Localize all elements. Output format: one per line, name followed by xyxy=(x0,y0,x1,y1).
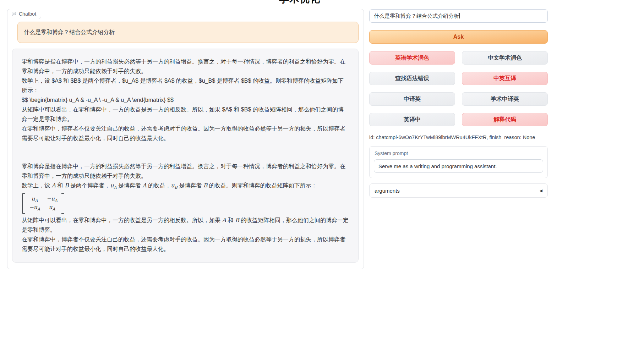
btn-explain-code[interactable]: 解释代码 xyxy=(462,113,548,126)
bot-message: 零和博弈是指在博弈中，一方的利益损失必然等于另一方的利益增益。换言之，对于每一种… xyxy=(12,49,359,263)
system-prompt-label: System prompt xyxy=(375,150,543,156)
math-var: u xyxy=(171,182,174,189)
bot-raw-paragraph: 零和博弈是指在博弈中，一方的利益损失必然等于另一方的利益增益。换言之，对于每一种… xyxy=(22,57,349,76)
page-title: 学术优化 xyxy=(279,0,320,6)
user-message: 什么是零和博弈？结合公式介绍分析 xyxy=(17,22,359,43)
matrix-right-bracket xyxy=(61,193,64,214)
bot-raw-paragraph: 从矩阵中可以看出，在零和博弈中，一方的收益是另一方的相反数。所以，如果 $A$ … xyxy=(22,105,349,124)
matrix-cells: uA −uA −uA uA xyxy=(25,193,61,214)
math-var: u xyxy=(110,182,114,189)
math-var: B xyxy=(235,217,239,224)
user-message-text: 什么是零和博弈？结合公式介绍分析 xyxy=(24,29,115,35)
question-input-value: 什么是零和博弈？结合公式介绍分析 xyxy=(374,13,459,19)
math-var: A xyxy=(51,182,56,189)
math-var: A xyxy=(142,182,147,189)
chatbot-label-tab: Chatbot xyxy=(7,9,41,19)
btn-english-academic-polish[interactable]: 英语学术润色 xyxy=(369,51,455,65)
bot-rendered-math-paragraph: 数学上，设 A 和 B 是两个博弈者，uA 是博弈者 A 的收益，uB 是博弈者… xyxy=(22,181,349,192)
bot-rendered-paragraph: 在零和博弈中，博弈者不仅要关注自己的收益，还需要考虑对手的收益。因为一方取得的收… xyxy=(22,235,349,254)
math-var: B xyxy=(65,182,69,189)
control-column: 什么是零和博弈？结合公式介绍分析 Ask 英语学术润色 中文学术润色 查找语法错… xyxy=(369,9,548,198)
math-var: B xyxy=(203,182,208,189)
bot-rendered-paragraph: 零和博弈是指在博弈中，一方的利益损失必然等于另一方的利益增益。换言之，对于每一种… xyxy=(22,161,349,181)
matrix-cell: uA xyxy=(32,196,38,203)
function-button-grid: 英语学术润色 中文学术润色 查找语法错误 中英互译 中译英 学术中译英 英译中 … xyxy=(369,51,548,126)
chatbot-panel: Chatbot 什么是零和博弈？结合公式介绍分析 零和博弈是指在博弈中，一方的利… xyxy=(7,9,364,269)
bot-raw-latex-line: $$ \begin{bmatrix} u_A & -u_A \ -u_A & u… xyxy=(22,95,349,105)
btn-english-to-chinese[interactable]: 英译中 xyxy=(369,113,455,126)
accordion-collapse-arrow-icon: ◀ xyxy=(540,188,542,193)
matrix-cell: −uA xyxy=(47,196,58,203)
btn-chinese-academic-polish[interactable]: 中文学术润色 xyxy=(462,51,548,65)
btn-chinese-english-mutual-translate[interactable]: 中英互译 xyxy=(462,72,548,85)
completion-status-line: id: chatcmpl-6wOo7KrYTwMl89lbrMWRu4UkFFX… xyxy=(369,134,548,140)
math-subscript: B xyxy=(175,185,178,190)
chat-bubble-icon xyxy=(11,11,16,16)
arguments-accordion[interactable]: arguments ◀ xyxy=(369,183,548,198)
matrix-cell: −uA xyxy=(29,204,40,211)
math-var: A xyxy=(222,217,226,224)
btn-find-grammar-errors[interactable]: 查找语法错误 xyxy=(369,72,455,85)
btn-chinese-to-english[interactable]: 中译英 xyxy=(369,92,455,106)
app-page: 学术优化 Chatbot 什么是零和博弈？结合公式介绍分析 零和博弈是指在博弈中… xyxy=(0,0,644,341)
system-prompt-panel: System prompt Serve me as a writing and … xyxy=(369,146,548,178)
system-prompt-input[interactable]: Serve me as a writing and programming as… xyxy=(374,159,543,173)
message-list: 什么是零和博弈？结合公式介绍分析 零和博弈是指在博弈中，一方的利益损失必然等于另… xyxy=(7,9,364,263)
btn-academic-chinese-to-english[interactable]: 学术中译英 xyxy=(462,92,548,106)
paragraph-gap xyxy=(22,143,349,161)
text-cursor xyxy=(459,13,460,18)
question-input[interactable]: 什么是零和博弈？结合公式介绍分析 xyxy=(369,9,548,23)
arguments-accordion-label: arguments xyxy=(375,188,400,194)
ask-button[interactable]: Ask xyxy=(369,30,548,44)
bot-raw-paragraph: 数学上，设 $A$ 和 $B$ 是两个博弈者，$u_A$ 是博弈者 $A$ 的收… xyxy=(22,76,349,95)
bot-raw-paragraph: 在零和博弈中，博弈者不仅要关注自己的收益，还需要考虑对手的收益。因为一方取得的收… xyxy=(22,124,349,143)
system-prompt-value: Serve me as a writing and programming as… xyxy=(378,163,497,169)
chatbot-label: Chatbot xyxy=(19,11,36,17)
payoff-matrix: uA −uA −uA uA xyxy=(22,193,64,214)
matrix-left-bracket xyxy=(22,193,25,214)
bot-rendered-math-paragraph: 从矩阵中可以看出，在零和博弈中，一方的收益是另一方的相反数。所以，如果 A 和 … xyxy=(22,215,349,235)
matrix-cell: uA xyxy=(49,204,55,211)
